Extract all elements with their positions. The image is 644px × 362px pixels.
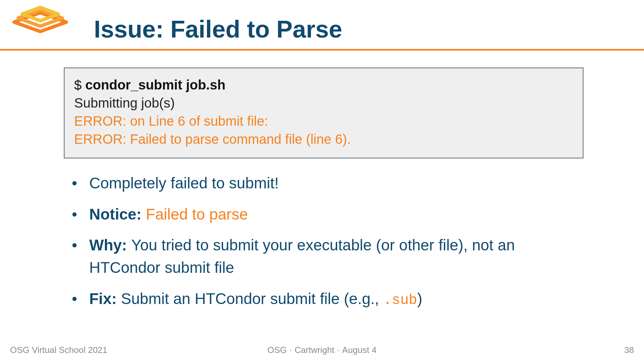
terminal-line-1: $ condor_submit job.sh <box>74 76 573 94</box>
bullet-4-text-a: Submit an HTCondor submit file (e.g., <box>121 290 383 307</box>
bullet-4: Fix: Submit an HTCondor submit file (e.g… <box>67 288 584 311</box>
terminal-error-line-2: ERROR: Failed to parse command file (lin… <box>74 130 573 148</box>
bullet-4-label: Fix: <box>89 290 121 307</box>
shell-prompt: $ <box>74 77 85 92</box>
slide-body: $ condor_submit job.sh Submitting job(s)… <box>0 51 644 311</box>
title-divider <box>0 49 644 51</box>
bullet-2: Notice: Failed to parse <box>67 203 584 226</box>
bullet-1-text: Completely failed to submit! <box>89 174 279 192</box>
slide-header: Issue: Failed to Parse <box>0 0 644 51</box>
footer-center: OSG·Cartwright·August 4 <box>267 345 376 355</box>
bullet-2-label: Notice: <box>89 205 146 223</box>
osg-logo-icon <box>3 0 77 40</box>
bullet-4-text-b: ) <box>417 290 422 307</box>
footer-left: OSG Virtual School 2021 <box>10 345 107 355</box>
footer-separator-1: · <box>287 345 294 355</box>
terminal-error-line-1: ERROR: on Line 6 of submit file: <box>74 112 573 130</box>
footer-separator-2: · <box>334 345 342 355</box>
slide-title: Issue: Failed to Parse <box>94 6 644 43</box>
bullet-2-detail: Failed to parse <box>146 205 248 223</box>
shell-command: condor_submit job.sh <box>85 77 225 92</box>
footer-date: August 4 <box>342 345 377 355</box>
bullet-list: Completely failed to submit! Notice: Fai… <box>64 172 584 311</box>
terminal-line-2: Submitting job(s) <box>74 94 573 112</box>
bullet-4-code: .sub <box>383 292 417 308</box>
bullet-3-text: You tried to submit your executable (or … <box>89 236 515 276</box>
footer-page-number: 38 <box>624 345 634 355</box>
slide: Issue: Failed to Parse $ condor_submit j… <box>0 0 644 362</box>
bullet-3: Why: You tried to submit your executable… <box>67 234 584 279</box>
footer-org: OSG <box>267 345 287 355</box>
bullet-1: Completely failed to submit! <box>67 172 584 194</box>
slide-footer: OSG Virtual School 2021 OSG·Cartwright·A… <box>0 345 644 355</box>
footer-author: Cartwright <box>294 345 334 355</box>
terminal-output-box: $ condor_submit job.sh Submitting job(s)… <box>64 67 584 159</box>
bullet-3-label: Why: <box>89 236 131 254</box>
